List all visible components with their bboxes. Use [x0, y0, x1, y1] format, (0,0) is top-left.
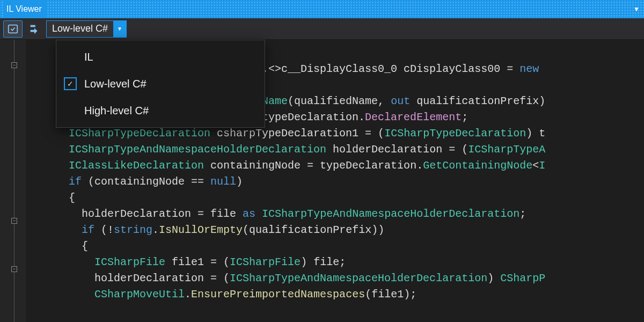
check-icon: ✓: [64, 77, 77, 90]
code-line: {: [30, 190, 644, 206]
code-line: holderDeclaration = file as ICSharpTypeA…: [30, 206, 644, 222]
code-line: if (containingNode == null): [30, 174, 644, 190]
view-mode-menu: IL✓Low-level C#High-level C#: [56, 40, 265, 128]
code-line: holderDeclaration = (ICSharpTypeAndNames…: [30, 270, 644, 287]
code-line: ICSharpTypeDeclaration csharpTypeDeclara…: [30, 126, 644, 142]
menu-item[interactable]: ✓Low-level C#: [56, 70, 265, 97]
code-line: {: [30, 238, 644, 254]
code-line: ICSharpFile file1 = (ICSharpFile) file;: [30, 254, 644, 270]
navigate-icon: [28, 23, 40, 35]
code-line: if (!string.IsNullOrEmpty(qualificationP…: [30, 222, 644, 238]
fold-toggle[interactable]: −: [11, 218, 17, 224]
fold-toggle[interactable]: −: [11, 62, 17, 68]
menu-item-label: High-level C#: [84, 105, 149, 117]
title-bar[interactable]: IL Viewer ▼: [0, 0, 644, 18]
dropdown-label: Low-level C#: [52, 23, 108, 34]
svg-rect-0: [9, 25, 18, 33]
code-line: IClassLikeDeclaration containingNode = t…: [30, 158, 644, 174]
toolbar: Low-level C# ▼: [0, 18, 644, 40]
sync-selection-button[interactable]: [3, 20, 23, 38]
collapse-icon[interactable]: ▼: [633, 5, 640, 13]
menu-item-label: Low-level C#: [84, 78, 147, 90]
sync-icon: [7, 23, 19, 35]
editor-gutter: −−−: [0, 40, 27, 322]
code-line: ICSharpTypeAndNamespaceHolderDeclaration…: [30, 142, 644, 158]
window-title: IL Viewer: [4, 0, 47, 18]
navigate-button[interactable]: [25, 20, 44, 38]
view-mode-dropdown[interactable]: Low-level C# ▼: [46, 20, 127, 38]
menu-item-label: IL: [84, 51, 93, 63]
code-line: CSharpMoveUtil.EnsurePreimportedNamespac…: [30, 287, 644, 303]
menu-item[interactable]: High-level C#: [56, 97, 265, 124]
chevron-down-icon: ▼: [113, 21, 126, 37]
menu-item[interactable]: IL: [56, 43, 265, 70]
fold-toggle[interactable]: −: [11, 266, 17, 272]
svg-rect-1: [31, 25, 35, 27]
